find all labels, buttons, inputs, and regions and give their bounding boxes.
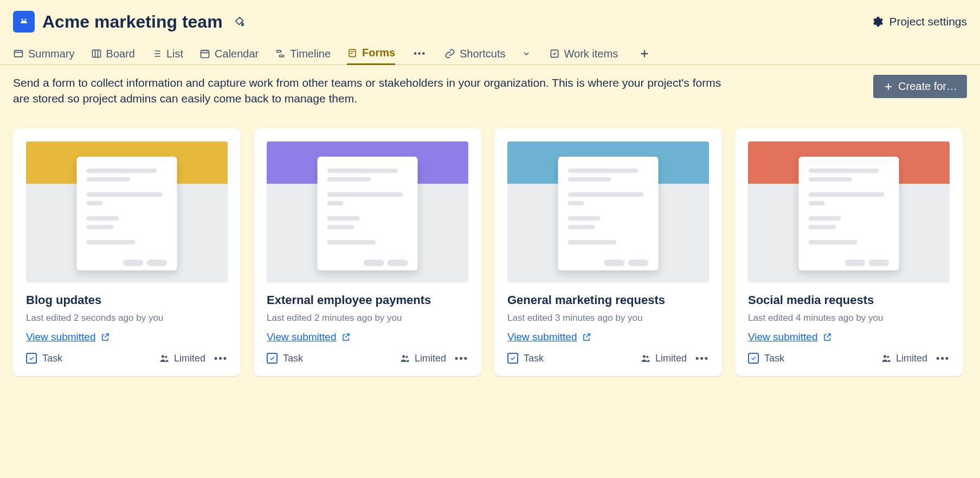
tab-label: Forms <box>362 47 395 59</box>
card-more-menu[interactable]: ••• <box>695 353 709 364</box>
form-type: Task <box>748 353 784 364</box>
form-doc-thumbnail <box>318 157 418 270</box>
svg-rect-6 <box>280 55 284 57</box>
form-last-edited: Last edited 3 minutes ago by you <box>507 313 709 324</box>
task-checkbox-icon <box>26 353 37 364</box>
people-icon <box>881 353 892 364</box>
link-label: View submitted <box>26 331 96 343</box>
svg-point-10 <box>165 356 167 358</box>
form-card[interactable]: External employee payments Last edited 2… <box>254 128 481 376</box>
external-link-icon <box>822 332 832 342</box>
tab-label: Work items <box>564 48 618 60</box>
tab-board[interactable]: Board <box>91 43 135 64</box>
add-tab-button[interactable] <box>634 48 655 60</box>
tab-shortcuts[interactable]: Shortcuts <box>444 43 505 64</box>
tab-forms-more-icon[interactable]: ••• <box>411 47 428 61</box>
tab-label: Shortcuts <box>460 48 505 60</box>
access-level: Limited <box>159 353 205 364</box>
task-label: Task <box>283 353 303 364</box>
page-description: Send a form to collect information and c… <box>13 75 734 107</box>
svg-point-9 <box>162 355 164 358</box>
view-submitted-link[interactable]: View submitted <box>26 331 110 343</box>
form-doc-thumbnail <box>558 157 659 270</box>
limited-label: Limited <box>415 353 446 364</box>
tab-label: Calendar <box>215 48 259 60</box>
svg-point-12 <box>405 356 408 358</box>
form-type: Task <box>507 353 544 364</box>
form-last-edited: Last edited 4 minutes ago by you <box>748 313 950 324</box>
form-type: Task <box>267 353 303 364</box>
svg-rect-5 <box>277 50 281 52</box>
people-icon <box>159 353 170 364</box>
svg-point-11 <box>402 355 405 358</box>
task-label: Task <box>42 353 62 364</box>
project-settings-button[interactable]: Project settings <box>871 15 967 28</box>
link-label: View submitted <box>748 331 818 343</box>
tab-calendar[interactable]: Calendar <box>199 43 259 64</box>
tab-label: Timeline <box>290 48 331 60</box>
external-link-icon <box>341 332 351 342</box>
svg-rect-4 <box>201 50 209 57</box>
form-card[interactable]: General marketing requests Last edited 3… <box>494 128 722 376</box>
tab-label: Board <box>106 48 135 60</box>
form-doc-thumbnail <box>77 157 177 270</box>
tab-label: Summary <box>28 48 75 60</box>
task-label: Task <box>764 353 784 364</box>
card-more-menu[interactable]: ••• <box>455 353 468 364</box>
project-icon <box>13 11 35 33</box>
form-title: External employee payments <box>267 293 468 307</box>
limited-label: Limited <box>174 353 205 364</box>
settings-label: Project settings <box>889 15 967 28</box>
form-preview <box>748 141 950 282</box>
tab-timeline[interactable]: Timeline <box>275 43 331 64</box>
external-link-icon <box>100 332 110 342</box>
external-link-icon <box>582 332 591 342</box>
project-title: Acme marketing team <box>42 12 223 32</box>
svg-point-13 <box>643 355 646 358</box>
view-submitted-link[interactable]: View submitted <box>267 331 351 343</box>
limited-label: Limited <box>655 353 687 364</box>
paint-bucket-icon[interactable] <box>234 16 246 28</box>
gear-icon <box>871 15 884 28</box>
forms-card-grid: Blog updates Last edited 2 seconds ago b… <box>0 107 980 398</box>
tab-label: List <box>166 48 183 60</box>
svg-point-14 <box>646 356 648 358</box>
svg-rect-3 <box>92 50 100 57</box>
form-card[interactable]: Social media requests Last edited 4 minu… <box>735 128 963 376</box>
tab-summary[interactable]: Summary <box>13 43 75 64</box>
link-label: View submitted <box>507 331 577 343</box>
chevron-down-icon[interactable] <box>520 47 533 60</box>
people-icon <box>399 353 410 364</box>
form-last-edited: Last edited 2 minutes ago by you <box>267 313 468 324</box>
svg-point-15 <box>884 355 886 358</box>
task-checkbox-icon <box>748 353 759 364</box>
tab-forms[interactable]: Forms <box>347 42 395 65</box>
task-checkbox-icon <box>267 353 278 364</box>
plus-icon <box>883 81 894 92</box>
create-form-button[interactable]: Create for… <box>873 75 967 98</box>
form-card[interactable]: Blog updates Last edited 2 seconds ago b… <box>13 128 241 376</box>
form-type: Task <box>26 353 62 364</box>
task-checkbox-icon <box>507 353 518 364</box>
form-title: General marketing requests <box>507 293 709 307</box>
card-more-menu[interactable]: ••• <box>214 353 228 364</box>
form-doc-thumbnail <box>799 157 899 270</box>
form-preview <box>507 141 709 282</box>
link-label: View submitted <box>267 331 337 343</box>
view-submitted-link[interactable]: View submitted <box>507 331 591 343</box>
svg-rect-2 <box>15 50 23 57</box>
form-title: Social media requests <box>748 293 950 307</box>
task-label: Task <box>524 353 544 364</box>
form-preview <box>267 141 468 282</box>
people-icon <box>640 353 651 364</box>
tab-list[interactable]: List <box>151 43 183 64</box>
card-more-menu[interactable]: ••• <box>936 353 950 364</box>
access-level: Limited <box>881 353 927 364</box>
svg-point-1 <box>25 19 27 21</box>
create-button-label: Create for… <box>898 80 957 93</box>
svg-point-16 <box>887 356 889 358</box>
svg-point-0 <box>22 19 23 21</box>
tab-work-items[interactable]: Work items <box>549 43 618 64</box>
view-submitted-link[interactable]: View submitted <box>748 331 832 343</box>
form-last-edited: Last edited 2 seconds ago by you <box>26 313 228 324</box>
